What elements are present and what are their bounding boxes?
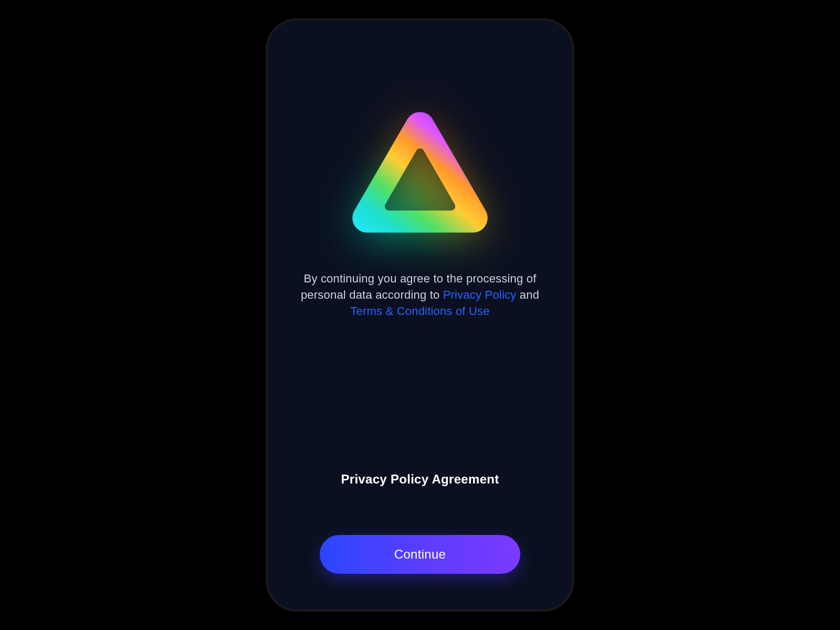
terms-link[interactable]: Terms & Conditions of Use: [350, 304, 489, 318]
privacy-consent-screen: By continuing you agree to the processin…: [266, 18, 574, 612]
app-logo: [336, 93, 504, 250]
privacy-policy-link[interactable]: Privacy Policy: [443, 288, 517, 301]
consent-middle-text: and: [516, 288, 539, 301]
prism-triangle-icon: [344, 102, 496, 241]
page-title: Privacy Policy Agreement: [341, 472, 499, 487]
continue-button[interactable]: Continue: [320, 535, 520, 574]
consent-disclosure: By continuing you agree to the processin…: [294, 270, 546, 320]
